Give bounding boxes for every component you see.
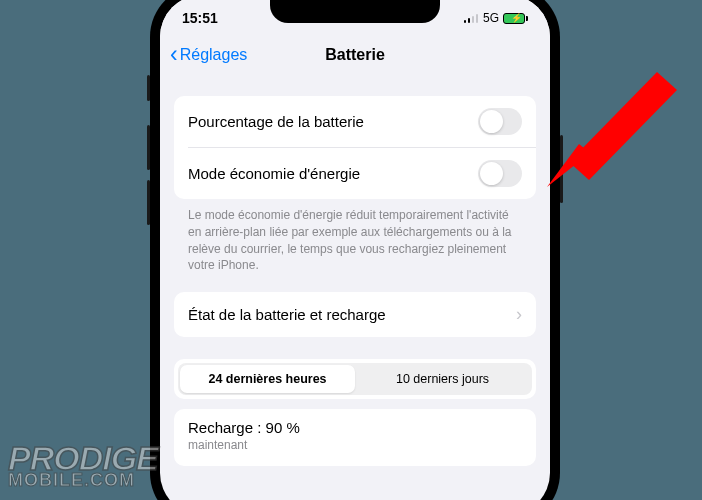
row-battery-percentage[interactable]: Pourcentage de la batterie [174,96,536,147]
row-low-power-mode[interactable]: Mode économie d'énergie [174,148,536,199]
phone-frame: 15:51 5G ⚡ ‹ Réglages Batterie Pourcenta… [150,0,560,500]
phone-notch [270,0,440,23]
watermark-line1: PRODIGE [8,444,158,473]
status-time: 15:51 [182,10,218,26]
watermark: PRODIGE MOBILE.COM [8,444,158,488]
chevron-right-icon: › [516,304,522,325]
recharge-subtitle: maintenant [188,438,522,452]
recharge-info: Recharge : 90 % maintenant [174,409,536,466]
segment-10d[interactable]: 10 derniers jours [355,365,530,393]
segment-24h[interactable]: 24 dernières heures [180,365,355,393]
switch-low-power-mode[interactable] [478,160,522,187]
annotation-arrow-icon [547,72,682,192]
settings-group-battery: Pourcentage de la batterie Mode économie… [174,96,536,199]
usage-card: 24 dernières heures 10 derniers jours [174,359,536,399]
nav-bar: ‹ Réglages Batterie [160,35,550,78]
phone-screen: 15:51 5G ⚡ ‹ Réglages Batterie Pourcenta… [160,0,550,500]
phone-volume-down [147,180,150,225]
row-label: Pourcentage de la batterie [188,113,364,130]
switch-battery-percentage[interactable] [478,108,522,135]
segmented-control: 24 dernières heures 10 derniers jours [178,363,532,395]
row-label: Mode économie d'énergie [188,165,360,182]
battery-icon: ⚡ [503,13,528,24]
back-button[interactable]: ‹ Réglages [170,43,247,66]
row-label: État de la batterie et recharge [188,306,386,323]
recharge-title: Recharge : 90 % [188,419,522,436]
phone-volume-up [147,125,150,170]
page-title: Batterie [325,46,385,64]
row-battery-health[interactable]: État de la batterie et recharge › [174,292,536,337]
low-power-description: Le mode économie d'énergie réduit tempor… [174,199,536,274]
svg-marker-1 [569,72,677,180]
phone-mute-switch [147,75,150,101]
settings-group-health: État de la batterie et recharge › [174,292,536,337]
network-label: 5G [483,11,499,25]
signal-icon [464,13,479,23]
back-label: Réglages [180,46,248,64]
chevron-left-icon: ‹ [170,43,178,66]
